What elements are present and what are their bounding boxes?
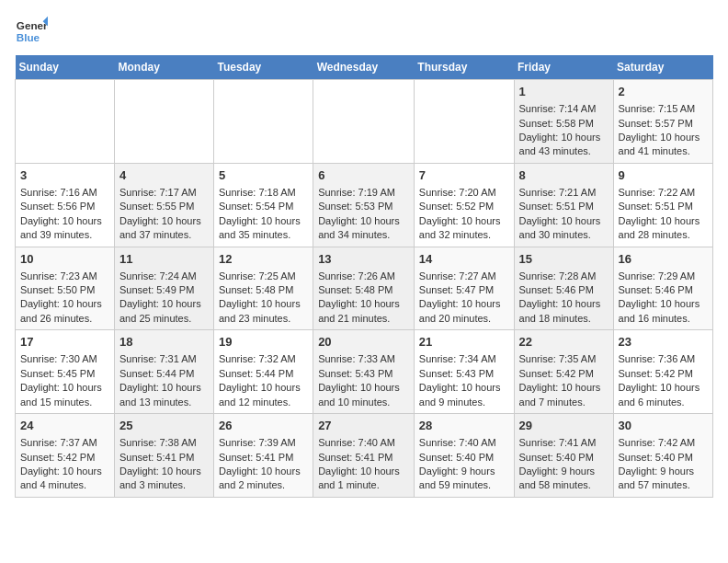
day-header-monday: Monday [114,55,213,80]
day-info-line: Daylight: 10 hours and 28 minutes. [619,214,708,243]
day-info-line: Sunset: 5:54 PM [219,200,308,213]
calendar-cell: 10Sunrise: 7:23 AMSunset: 5:50 PMDayligh… [16,247,115,330]
calendar-cell [313,80,415,164]
calendar-cell: 21Sunrise: 7:34 AMSunset: 5:43 PMDayligh… [414,330,514,414]
logo: General Blue [15,15,51,48]
day-number: 20 [318,334,409,350]
day-info-line: Sunset: 5:43 PM [318,367,409,381]
day-info-line: Sunrise: 7:42 AM [619,436,708,450]
day-info-line: Daylight: 10 hours and 35 minutes. [219,214,308,243]
calendar-cell: 27Sunrise: 7:40 AMSunset: 5:41 PMDayligh… [313,414,415,498]
day-header-tuesday: Tuesday [213,55,313,80]
calendar-cell: 24Sunrise: 7:37 AMSunset: 5:42 PMDayligh… [16,414,115,498]
calendar-cell: 8Sunrise: 7:21 AMSunset: 5:51 PMDaylight… [514,163,613,247]
day-info-line: Sunrise: 7:17 AM [119,186,209,200]
day-number: 4 [119,167,209,184]
day-info-line: Daylight: 10 hours and 13 minutes. [119,381,209,409]
calendar-cell: 15Sunrise: 7:28 AMSunset: 5:46 PMDayligh… [514,247,613,330]
day-number: 6 [318,167,409,184]
day-number: 30 [619,418,708,434]
day-info-line: Sunset: 5:58 PM [519,117,609,131]
day-info-line: Daylight: 10 hours and 39 minutes. [20,214,109,243]
day-info-line: Sunset: 5:57 PM [619,117,708,131]
calendar-week-1: 1Sunrise: 7:14 AMSunset: 5:58 PMDaylight… [16,80,713,164]
day-number: 10 [20,251,109,268]
day-info-line: Sunrise: 7:32 AM [219,352,308,366]
day-info-line: Sunset: 5:42 PM [619,367,708,381]
day-info-line: Sunrise: 7:35 AM [519,352,609,366]
day-info-line: Sunrise: 7:15 AM [619,102,708,116]
calendar-cell: 12Sunrise: 7:25 AMSunset: 5:48 PMDayligh… [213,247,313,330]
calendar-cell [114,80,213,164]
day-number: 9 [619,167,708,184]
day-info-line: Daylight: 10 hours and 34 minutes. [318,214,409,243]
header: General Blue [15,15,713,48]
day-number: 27 [318,418,409,434]
day-info-line: Sunset: 5:48 PM [318,283,409,297]
calendar-cell: 30Sunrise: 7:42 AMSunset: 5:40 PMDayligh… [613,414,712,498]
day-info-line: Sunset: 5:42 PM [20,451,109,465]
calendar-cell: 5Sunrise: 7:18 AMSunset: 5:54 PMDaylight… [213,163,313,247]
day-info-line: Daylight: 10 hours and 37 minutes. [119,214,209,243]
day-header-wednesday: Wednesday [313,55,415,80]
day-info-line: Daylight: 10 hours and 21 minutes. [318,297,409,326]
day-info-line: Sunrise: 7:36 AM [619,352,708,366]
day-info-line: Sunrise: 7:23 AM [20,270,109,283]
day-info-line: Sunset: 5:51 PM [619,200,708,213]
calendar-cell: 3Sunrise: 7:16 AMSunset: 5:56 PMDaylight… [16,163,115,247]
day-info-line: Sunset: 5:40 PM [619,451,708,465]
day-info-line: Sunset: 5:46 PM [619,283,708,297]
day-info-line: Sunrise: 7:31 AM [119,352,209,366]
day-info-line: Daylight: 10 hours and 4 minutes. [20,465,109,493]
day-info-line: Sunrise: 7:18 AM [219,186,308,200]
calendar-cell: 14Sunrise: 7:27 AMSunset: 5:47 PMDayligh… [414,247,514,330]
day-info-line: Sunset: 5:44 PM [119,367,209,381]
day-info-line: Daylight: 10 hours and 3 minutes. [119,465,209,493]
calendar-cell: 9Sunrise: 7:22 AMSunset: 5:51 PMDaylight… [613,163,712,247]
calendar-cell: 1Sunrise: 7:14 AMSunset: 5:58 PMDaylight… [514,80,613,164]
day-number: 28 [419,418,509,434]
day-info-line: Sunset: 5:40 PM [419,451,509,465]
calendar-cell [213,80,313,164]
day-number: 23 [619,334,708,350]
calendar-week-5: 24Sunrise: 7:37 AMSunset: 5:42 PMDayligh… [16,414,713,498]
day-info-line: Sunset: 5:55 PM [119,200,209,213]
day-number: 5 [219,167,308,184]
day-number: 12 [219,251,308,268]
day-info-line: Sunrise: 7:41 AM [519,436,609,450]
day-info-line: Daylight: 9 hours and 59 minutes. [419,465,509,493]
day-info-line: Daylight: 10 hours and 9 minutes. [419,381,509,409]
day-header-thursday: Thursday [414,55,514,80]
calendar-table: SundayMondayTuesdayWednesdayThursdayFrid… [15,55,713,498]
day-info-line: Daylight: 9 hours and 58 minutes. [519,465,609,493]
day-info-line: Daylight: 10 hours and 41 minutes. [619,131,708,159]
day-info-line: Sunrise: 7:37 AM [20,436,109,450]
day-info-line: Daylight: 10 hours and 25 minutes. [119,297,209,326]
day-info-line: Sunset: 5:56 PM [20,200,109,213]
calendar-cell: 17Sunrise: 7:30 AMSunset: 5:45 PMDayligh… [16,330,115,414]
day-number: 2 [619,84,708,100]
day-number: 19 [219,334,308,350]
day-info-line: Daylight: 10 hours and 23 minutes. [219,297,308,326]
calendar-week-3: 10Sunrise: 7:23 AMSunset: 5:50 PMDayligh… [16,247,713,330]
day-info-line: Sunrise: 7:25 AM [219,270,308,283]
day-info-line: Sunset: 5:41 PM [318,451,409,465]
day-info-line: Sunset: 5:47 PM [419,283,509,297]
day-info-line: Sunrise: 7:30 AM [20,352,109,366]
day-info-line: Sunset: 5:50 PM [20,283,109,297]
day-info-line: Sunset: 5:49 PM [119,283,209,297]
day-number: 18 [119,334,209,350]
day-info-line: Sunrise: 7:33 AM [318,352,409,366]
day-info-line: Sunset: 5:42 PM [519,367,609,381]
day-number: 14 [419,251,509,268]
day-info-line: Daylight: 10 hours and 30 minutes. [519,214,609,243]
svg-text:Blue: Blue [17,31,40,43]
day-info-line: Sunset: 5:46 PM [519,283,609,297]
day-info-line: Daylight: 10 hours and 15 minutes. [20,381,109,409]
day-info-line: Sunrise: 7:22 AM [619,186,708,200]
day-number: 26 [219,418,308,434]
day-number: 17 [20,334,109,350]
calendar-cell: 25Sunrise: 7:38 AMSunset: 5:41 PMDayligh… [114,414,213,498]
day-number: 8 [519,167,609,184]
day-info-line: Sunset: 5:45 PM [20,367,109,381]
